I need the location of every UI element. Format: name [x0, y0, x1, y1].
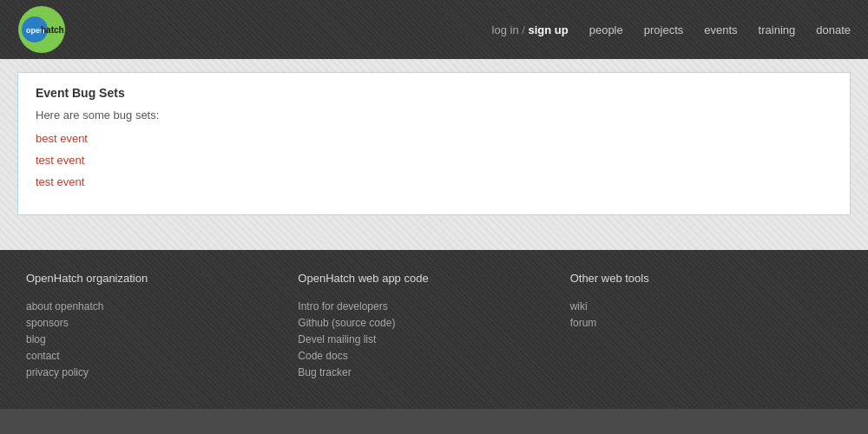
nav-login-signup: log in / sign up — [492, 23, 569, 36]
footer-wiki[interactable]: wiki — [570, 300, 842, 312]
footer-col-1: OpenHatch organization about openhatch s… — [26, 272, 298, 383]
signup-link[interactable]: sign up — [528, 23, 568, 36]
footer-github[interactable]: Github (source code) — [298, 317, 569, 329]
nav-people[interactable]: people — [589, 23, 623, 36]
nav-events[interactable]: events — [704, 23, 737, 36]
footer-col3-heading: Other web tools — [570, 272, 842, 285]
footer-mailing[interactable]: Devel mailing list — [298, 333, 569, 345]
logo[interactable]: open hatch — [17, 5, 66, 54]
footer-bugtracker[interactable]: Bug tracker — [298, 366, 569, 378]
page-title: Event Bug Sets — [36, 86, 832, 100]
login-link[interactable]: log in — [492, 23, 519, 36]
footer-privacy[interactable]: privacy policy — [26, 366, 298, 378]
event-link-2[interactable]: test event — [36, 154, 832, 167]
nav-projects[interactable]: projects — [644, 23, 684, 36]
footer-columns: OpenHatch organization about openhatch s… — [26, 272, 842, 383]
footer-blog[interactable]: blog — [26, 333, 298, 345]
footer-col1-heading: OpenHatch organization — [26, 272, 298, 285]
footer-about[interactable]: about openhatch — [26, 300, 298, 312]
content-box: Event Bug Sets Here are some bug sets: b… — [17, 72, 851, 215]
event-link-3[interactable]: test event — [36, 175, 832, 188]
main-content: Event Bug Sets Here are some bug sets: b… — [0, 59, 868, 250]
logo-icon: open hatch — [17, 5, 66, 54]
footer-codedocs[interactable]: Code docs — [298, 350, 569, 362]
footer-contact[interactable]: contact — [26, 350, 298, 362]
nav-training[interactable]: training — [759, 23, 796, 36]
svg-text:hatch: hatch — [41, 25, 64, 35]
event-link-1[interactable]: best event — [36, 132, 832, 145]
nav-donate[interactable]: donate — [816, 23, 851, 36]
description-text: Here are some bug sets: — [36, 108, 832, 122]
main-nav: log in / sign up people projects events … — [492, 23, 851, 36]
footer-sponsors[interactable]: sponsors — [26, 317, 298, 329]
footer: OpenHatch organization about openhatch s… — [0, 250, 868, 409]
footer-col-2: OpenHatch web app code Intro for develop… — [298, 272, 569, 383]
footer-forum[interactable]: forum — [570, 317, 842, 329]
header: open hatch log in / sign up people proje… — [0, 0, 868, 59]
footer-col2-heading: OpenHatch web app code — [298, 272, 569, 285]
footer-col-3: Other web tools wiki forum — [570, 272, 842, 383]
footer-intro[interactable]: Intro for developers — [298, 300, 569, 312]
